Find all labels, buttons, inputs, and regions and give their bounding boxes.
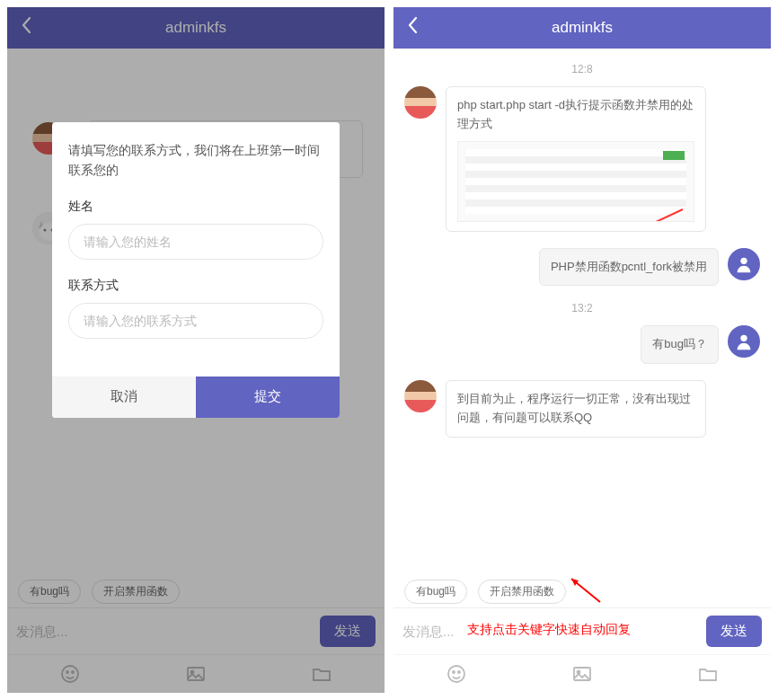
image-icon[interactable]	[570, 664, 595, 684]
avatar-user	[728, 325, 760, 358]
back-button[interactable]	[393, 16, 433, 40]
message-agent: php start.php start -d执行提示函数并禁用的处理方式	[404, 86, 760, 232]
contact-modal: 请填写您的联系方式，我们将在上班第一时间联系您的 姓名 联系方式 取消 提交	[52, 122, 340, 418]
name-label: 姓名	[68, 199, 323, 215]
message-agent: 到目前为止，程序运行一切正常，没有出现过问题，有问题可以联系QQ	[404, 380, 760, 438]
quick-chips: 有bug吗 开启禁用函数	[393, 580, 771, 604]
header: adminkfs	[393, 7, 771, 49]
toolbar	[393, 654, 771, 693]
bubble: PHP禁用函数pcntl_fork被禁用	[539, 248, 719, 287]
svg-point-12	[448, 666, 464, 682]
name-input[interactable]	[68, 224, 323, 260]
modal-description: 请填写您的联系方式，我们将在上班第一时间联系您的	[68, 140, 323, 181]
svg-point-14	[458, 671, 460, 673]
message-user: 有bug吗？	[404, 325, 760, 364]
submit-button[interactable]: 提交	[196, 377, 340, 418]
message-text: php start.php start -d执行提示函数并禁用的处理方式	[457, 98, 694, 130]
chip-bug[interactable]: 有bug吗	[404, 580, 467, 604]
bubble: 到目前为止，程序运行一切正常，没有出现过问题，有问题可以联系QQ	[446, 380, 706, 438]
message-user: PHP禁用函数pcntl_fork被禁用	[404, 248, 760, 287]
avatar-user	[728, 248, 760, 280]
timestamp: 12:8	[404, 63, 760, 75]
phone-right: adminkfs 12:8 php start.php start -d执行提示…	[393, 7, 771, 693]
footer: 发送	[393, 607, 771, 693]
avatar-agent	[404, 380, 437, 412]
chat-area: 12:8 php start.php start -d执行提示函数并禁用的处理方…	[393, 49, 771, 607]
timestamp: 13:2	[404, 302, 760, 315]
emoji-icon[interactable]	[444, 664, 469, 684]
header-title: adminkfs	[393, 19, 771, 37]
svg-point-9	[740, 257, 747, 263]
contact-label: 联系方式	[68, 278, 323, 294]
bubble: php start.php start -d执行提示函数并禁用的处理方式	[446, 86, 706, 232]
contact-input[interactable]	[68, 303, 323, 339]
screenshot-thumb[interactable]	[457, 141, 694, 222]
svg-point-10	[740, 335, 747, 341]
svg-point-13	[453, 671, 455, 673]
cancel-button[interactable]: 取消	[52, 377, 196, 418]
send-button[interactable]: 发送	[706, 616, 762, 647]
phone-left: adminkfs 重要提示:【 此页面仅供测试，请勿相信任何信息，以免造成不必要…	[7, 7, 385, 693]
bubble: 有bug吗？	[641, 325, 719, 364]
folder-icon[interactable]	[695, 664, 721, 684]
message-input[interactable]	[402, 624, 697, 639]
avatar-agent	[404, 86, 437, 119]
chip-enable-func[interactable]: 开启禁用函数	[478, 580, 566, 604]
